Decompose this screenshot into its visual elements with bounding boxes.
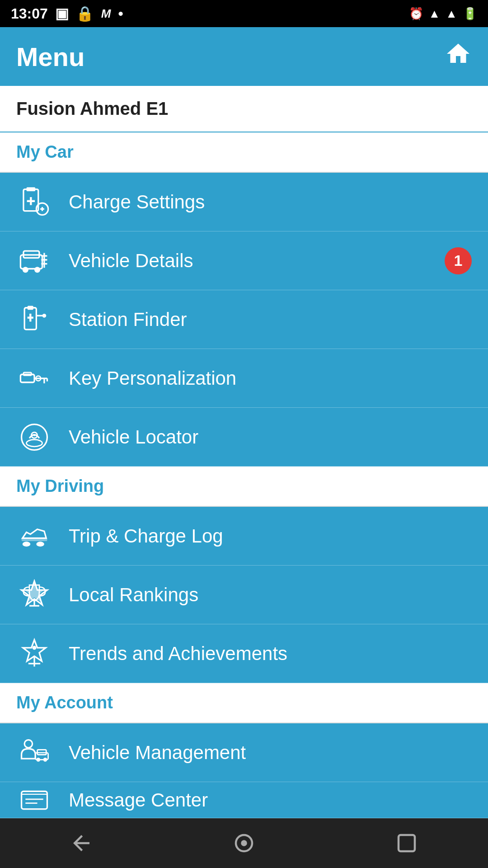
section-header-my-account: My Account	[0, 683, 488, 723]
vehicle-details-icon	[16, 243, 52, 279]
svg-rect-31	[22, 538, 47, 541]
status-bar: 13:07 ▣ 🔒 M • ⏰ ▲ ▲ 🔋	[0, 0, 488, 27]
key-personalization-label: Key Personalization	[69, 368, 236, 389]
wifi-icon: ▲	[429, 7, 441, 21]
menu-item-key-personalization[interactable]: Key Personalization	[0, 349, 488, 408]
back-button[interactable]	[59, 821, 104, 866]
home-button[interactable]	[445, 40, 472, 73]
vehicle-details-label: Vehicle Details	[69, 250, 193, 272]
menu-item-charge-settings[interactable]: Charge Settings	[0, 173, 488, 231]
vehicle-details-badge: 1	[445, 247, 472, 274]
menu-item-station-finder[interactable]: Station Finder	[0, 290, 488, 349]
svg-point-33	[36, 542, 44, 547]
menu-item-vehicle-locator[interactable]: Vehicle Locator	[0, 408, 488, 467]
status-left: 13:07 ▣ 🔒 M •	[11, 5, 123, 22]
vehicle-management-icon	[16, 735, 52, 771]
menu-item-trip-charge-log[interactable]: Trip & Charge Log	[0, 507, 488, 566]
vehicle-management-label: Vehicle Management	[69, 742, 246, 764]
signal-icon: ▲	[446, 7, 457, 21]
status-right: ⏰ ▲ ▲ 🔋	[409, 7, 477, 21]
vehicle-locator-label: Vehicle Locator	[69, 426, 198, 448]
section-header-my-driving: My Driving	[0, 467, 488, 507]
svg-point-9	[23, 267, 28, 273]
page-content: Fusion Ahmed E1 My Car Charge Settings	[0, 86, 488, 868]
section-header-my-car: My Car	[0, 132, 488, 173]
page-title: Menu	[16, 42, 84, 72]
svg-point-40	[24, 740, 33, 748]
message-center-icon	[16, 782, 52, 818]
svg-point-28	[27, 439, 42, 446]
svg-point-10	[34, 267, 40, 273]
svg-point-39	[33, 646, 37, 650]
key-personalization-icon	[16, 360, 52, 396]
vehicle-locator-icon	[16, 419, 52, 455]
station-finder-label: Station Finder	[69, 309, 187, 330]
svg-point-50	[241, 840, 247, 846]
svg-point-32	[23, 542, 31, 547]
station-finder-icon	[16, 302, 52, 338]
user-label: Fusion Ahmed E1	[0, 86, 488, 132]
recent-apps-button[interactable]	[384, 821, 429, 866]
charge-settings-label: Charge Settings	[69, 191, 205, 213]
menu-item-vehicle-details[interactable]: Vehicle Details 1	[0, 231, 488, 290]
trends-achievements-icon	[16, 636, 52, 672]
menu-item-local-rankings[interactable]: Local Rankings	[0, 566, 488, 624]
svg-point-43	[36, 757, 40, 761]
svg-rect-1	[27, 187, 36, 191]
app-header: Menu	[0, 27, 488, 86]
screen-icon: ▣	[55, 5, 69, 22]
alarm-icon: ⏰	[409, 7, 423, 21]
lock-icon: 🔒	[76, 5, 94, 22]
status-time: 13:07	[11, 5, 48, 22]
dot-icon: •	[118, 5, 123, 22]
local-rankings-label: Local Rankings	[69, 584, 198, 606]
battery-icon: 🔋	[463, 7, 477, 21]
trends-achievements-label: Trends and Achievements	[69, 643, 287, 665]
svg-rect-51	[399, 835, 415, 851]
svg-rect-16	[28, 306, 33, 310]
message-center-label: Message Center	[69, 789, 208, 811]
medium-icon: M	[101, 7, 111, 21]
charge-settings-icon	[16, 184, 52, 220]
svg-point-30	[33, 434, 35, 436]
home-nav-button[interactable]	[221, 821, 267, 866]
bottom-nav	[0, 818, 488, 868]
svg-point-20	[42, 313, 47, 317]
trip-charge-log-label: Trip & Charge Log	[69, 525, 223, 547]
menu-item-message-center[interactable]: Message Center	[0, 782, 488, 818]
menu-item-vehicle-management[interactable]: Vehicle Management	[0, 723, 488, 782]
menu-item-trends-achievements[interactable]: Trends and Achievements	[0, 624, 488, 683]
svg-point-44	[43, 757, 47, 761]
trip-charge-log-icon	[16, 518, 52, 554]
local-rankings-icon	[16, 577, 52, 613]
